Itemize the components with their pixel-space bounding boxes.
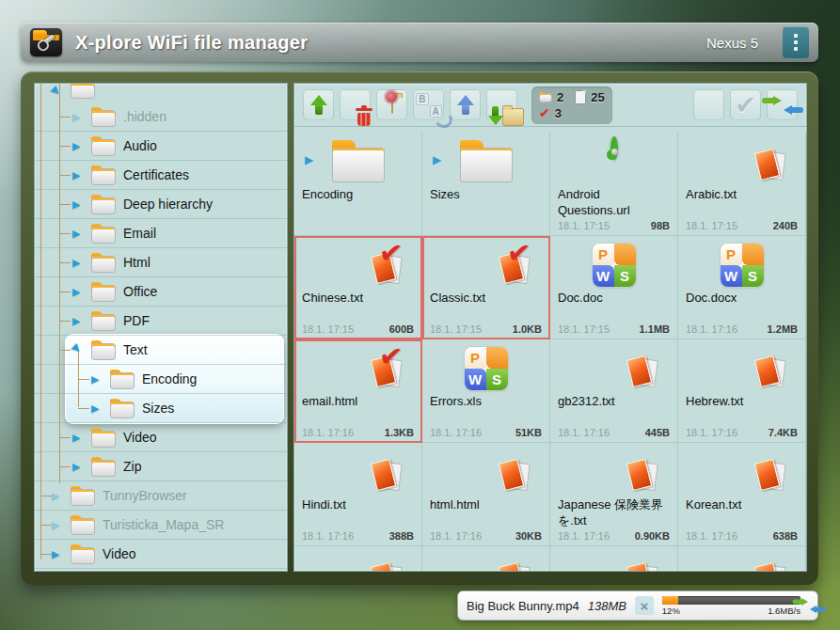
folder-new-badge-icon	[391, 97, 393, 114]
tree-item-audio[interactable]: ▶Audio	[35, 132, 287, 161]
file-name: Classic.txt	[430, 291, 545, 307]
expand-arrow-icon[interactable]: ▶	[72, 198, 86, 211]
file-cell-doc-doc[interactable]: PWSDoc.doc18.1. 17:151.1MB	[550, 236, 678, 339]
file-cell-android-questions-url[interactable]: Android Questions.url18.1. 17:1598B	[550, 133, 678, 236]
folder-icon	[91, 107, 116, 127]
expand-arrow-icon[interactable]: ▶	[72, 315, 86, 327]
tree-item-turisticka-mapa-sr[interactable]: ▶Turisticka_Mapa_SR	[35, 511, 287, 540]
expand-arrow-icon[interactable]: ▶	[52, 490, 65, 502]
mark-button[interactable]	[693, 89, 724, 120]
tree-item-label: Sizes	[142, 401, 174, 416]
expand-arrow-icon[interactable]: ▶	[72, 461, 86, 473]
expand-arrow-icon[interactable]: ▶	[91, 373, 104, 386]
tree-item-label: Certificates	[123, 167, 189, 182]
expand-arrow-icon[interactable]: ▶	[49, 84, 67, 102]
url-file-icon	[610, 140, 618, 157]
file-meta: 18.1. 17:151.0KB	[430, 323, 542, 335]
file-cell-japanese-txt[interactable]: Japanese 保険業界を.txt18.1. 17:160.90KB	[550, 443, 678, 546]
tree-item-video[interactable]: ▶Video	[35, 423, 287, 452]
tree-item-email[interactable]: ▶Email	[35, 219, 287, 248]
tree-item-pdf[interactable]: ▶PDF	[35, 307, 287, 336]
file-meta: 18.1. 17:160.90KB	[558, 530, 670, 542]
select-button[interactable]: ✔	[730, 89, 761, 120]
file-size: 600B	[389, 323, 414, 335]
file-cell-gb2312-txt[interactable]: gb2312.txt18.1. 17:16445B	[550, 339, 678, 443]
enter-folder-arrow-icon[interactable]: ▶	[433, 153, 441, 166]
transfer-close-button[interactable]: ×	[635, 596, 654, 615]
app-header: X-plore WiFi file manager Nexus 5	[21, 23, 818, 62]
file-date: 18.1. 17:16	[302, 530, 354, 542]
selection-counters: 2 25 ✔ 3	[531, 87, 612, 124]
expand-arrow-icon[interactable]: ▶	[72, 257, 86, 269]
folder-icon	[91, 136, 116, 156]
tree-item-deep-hierarchy[interactable]: ▶Deep hierarchy	[35, 190, 287, 219]
expand-arrow-icon[interactable]: ▶	[72, 286, 86, 298]
folder-icon	[110, 370, 135, 389]
file-date: 18.1. 17:16	[430, 530, 482, 542]
file-cell-encoding[interactable]: ▶Encoding	[294, 133, 422, 236]
file-cell-sizes[interactable]: ▶Sizes	[422, 133, 550, 236]
expand-arrow-icon[interactable]: ▶	[72, 169, 86, 181]
refresh-button[interactable]	[767, 89, 798, 120]
folder-counter: 2	[539, 90, 563, 104]
file-meta: 18.1. 17:161.3KB	[302, 427, 414, 438]
file-cell-hebrew-txt[interactable]: Hebrew.txt18.1. 17:167.4KB	[678, 339, 806, 443]
file-cell-arabic-txt[interactable]: Arabic.txt18.1. 17:15240B	[678, 133, 806, 236]
parent-directory-button[interactable]	[303, 89, 334, 120]
expand-arrow-icon[interactable]: ▶	[72, 111, 86, 123]
file-cell[interactable]	[678, 546, 806, 571]
enter-folder-arrow-icon[interactable]: ▶	[305, 153, 313, 166]
tree-item[interactable]: ▶	[35, 84, 287, 102]
file-cell-email-html[interactable]: email.html18.1. 17:161.3KB✔	[294, 339, 422, 443]
file-cell-errors-xls[interactable]: PWSErrors.xls18.1. 17:1651KB	[422, 339, 550, 443]
expand-arrow-icon[interactable]: ▶	[91, 402, 104, 415]
tree-item-sizes[interactable]: ▶Sizes	[35, 394, 287, 423]
file-date: 18.1. 17:15	[686, 220, 737, 231]
tree-item-office[interactable]: ▶Office	[35, 277, 287, 307]
file-name: Korean.txt	[686, 497, 800, 513]
folder-icon	[91, 253, 116, 273]
tree-item-html[interactable]: ▶Html	[35, 248, 287, 277]
file-date: 18.1. 17:16	[430, 427, 482, 438]
file-size: 1.0KB	[513, 323, 542, 335]
file-name: Sizes	[430, 187, 545, 203]
tree-item-tunnybrowser[interactable]: ▶TunnyBrowser	[35, 481, 287, 511]
expand-arrow-icon[interactable]: ▶	[72, 432, 86, 444]
folder-icon	[71, 515, 95, 535]
file-meta: 18.1. 17:15600B	[302, 323, 414, 335]
tree-item-label: Text	[123, 342, 148, 357]
file-size: 98B	[651, 220, 670, 231]
tree-item-video[interactable]: ▶Video	[35, 540, 287, 569]
file-name: Errors.xls	[430, 394, 545, 410]
file-cell-hindi-txt[interactable]: Hindi.txt18.1. 17:16388B	[294, 443, 422, 546]
file-cell-doc-docx[interactable]: PWSDoc.docx18.1. 17:161.2MB	[678, 236, 806, 339]
file-cell-chinese-txt[interactable]: Chinese.txt18.1. 17:15600B✔	[294, 236, 422, 339]
tree-item-encoding[interactable]: ▶Encoding	[35, 365, 287, 394]
file-cell[interactable]	[294, 546, 422, 571]
expand-arrow-icon[interactable]: ▶	[52, 519, 65, 531]
tree-item-hidden[interactable]: ▶.hidden	[35, 102, 287, 132]
upload-button[interactable]	[450, 89, 481, 120]
file-cell-html-html[interactable]: html.html18.1. 17:1630KB	[422, 443, 550, 546]
file-cell-classic-txt[interactable]: Classic.txt18.1. 17:151.0KB✔	[422, 236, 550, 339]
expand-arrow-icon[interactable]: ▶	[72, 228, 86, 240]
file-size: 1.2MB	[768, 323, 798, 335]
file-cell[interactable]	[422, 546, 550, 571]
file-meta: 18.1. 17:167.4KB	[686, 427, 798, 438]
tree-item-certificates[interactable]: ▶Certificates	[35, 161, 287, 190]
menu-button[interactable]	[783, 26, 809, 58]
expand-arrow-icon[interactable]: ▶	[70, 340, 87, 358]
file-meta: 18.1. 17:1651KB	[430, 427, 542, 438]
new-folder-button[interactable]	[376, 89, 407, 120]
expand-arrow-icon[interactable]: ▶	[72, 140, 86, 152]
file-cell-korean-txt[interactable]: Korean.txt18.1. 17:16638B	[678, 443, 806, 546]
expand-arrow-icon[interactable]: ▶	[52, 548, 65, 560]
transfer-filesize: 138MB	[588, 599, 626, 613]
download-button[interactable]	[486, 89, 517, 120]
tree-item-zip[interactable]: ▶Zip	[35, 452, 287, 481]
rename-button[interactable]: AB	[413, 89, 444, 120]
tree-item-text[interactable]: ▶Text	[35, 336, 287, 365]
delete-button[interactable]	[340, 89, 371, 120]
folder-icon	[91, 282, 116, 302]
file-cell[interactable]	[550, 546, 678, 571]
